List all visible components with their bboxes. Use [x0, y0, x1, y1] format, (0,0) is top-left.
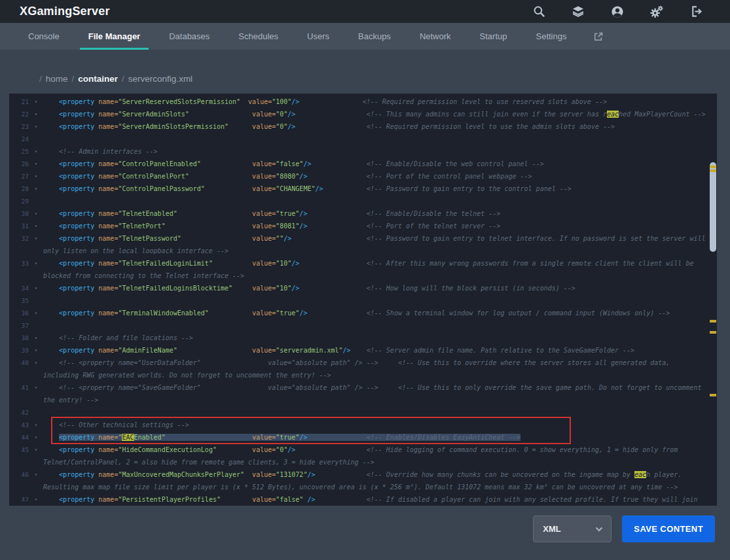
- breadcrumb-home[interactable]: home: [46, 74, 68, 84]
- code-line-wrap[interactable]: blocked from connecting to the Telnet in…: [9, 270, 717, 282]
- fold-arrow-icon[interactable]: ▾: [29, 257, 43, 270]
- fold-arrow-icon[interactable]: ▾: [29, 332, 43, 344]
- fold-arrow-icon[interactable]: ▾: [29, 444, 43, 456]
- code-segment: name=: [94, 496, 118, 503]
- fold-arrow-icon[interactable]: ▾: [29, 183, 43, 195]
- code-segment: [189, 111, 252, 118]
- code-line[interactable]: 38▾ <!-- Folder and file locations -->: [9, 332, 717, 344]
- code-segment: "ServerReservedSlotsPermission": [118, 98, 240, 105]
- fold-arrow-icon[interactable]: ▾: [29, 344, 43, 357]
- code-segment: the entry! -->: [43, 396, 98, 404]
- code-line[interactable]: 42: [9, 406, 717, 419]
- code-segment: name=: [94, 285, 118, 292]
- tab-users[interactable]: Users: [299, 23, 338, 50]
- code-line[interactable]: 46▾ <property name="MaxUncoveredMapChunk…: [9, 468, 717, 481]
- code-line[interactable]: 33▾ <property name="TelnetFailedLoginLim…: [9, 257, 717, 270]
- code-line[interactable]: 43▾ <!-- Other technical settings -->: [9, 419, 717, 431]
- tab-file-manager[interactable]: File Manager: [80, 23, 149, 50]
- code-line[interactable]: 41▾ <!-- <property name="SaveGameFolder"…: [9, 381, 717, 394]
- code-line[interactable]: 25▾ <!-- Admin interfaces -->: [9, 145, 717, 158]
- fold-arrow-icon[interactable]: ▾: [29, 468, 43, 481]
- code-line[interactable]: 24: [9, 133, 717, 145]
- code-line[interactable]: 32▾ <property name="TelnetPassword" valu…: [9, 232, 717, 245]
- code-line-wrap[interactable]: Telnet/ControlPanel, 2 = also hide from …: [9, 456, 717, 468]
- tab-network[interactable]: Network: [411, 23, 460, 50]
- code-line[interactable]: 27▾ <property name="ControlPanelPort" va…: [9, 170, 717, 183]
- fold-arrow-icon[interactable]: ▾: [29, 96, 43, 108]
- code-line[interactable]: 21▾ <property name="ServerReservedSlotsP…: [9, 96, 717, 108]
- code-segment: [43, 384, 59, 391]
- fold-arrow-icon[interactable]: ▾: [29, 232, 43, 245]
- code-segment: <property: [59, 222, 94, 230]
- fold-arrow-icon[interactable]: ▾: [29, 357, 43, 369]
- language-select[interactable]: XML: [533, 516, 611, 542]
- tab-startup[interactable]: Startup: [471, 23, 516, 50]
- code-line-wrap[interactable]: including RWG generated worlds. Do not f…: [9, 369, 717, 381]
- code-line[interactable]: 29: [9, 195, 717, 207]
- tab-backups[interactable]: Backups: [350, 23, 399, 50]
- fold-arrow-icon[interactable]: ▾: [29, 419, 43, 431]
- code-text: [43, 319, 717, 332]
- code-segment: Enabled": [134, 434, 166, 441]
- fold-arrow-icon[interactable]: ▾: [29, 381, 43, 394]
- code-line[interactable]: 30▾ <property name="TelnetEnabled" value…: [9, 207, 717, 220]
- code-line-wrap[interactable]: the entry! -->: [9, 394, 717, 406]
- line-number: 24: [9, 133, 29, 145]
- code-segment: [43, 160, 59, 167]
- fold-arrow-icon[interactable]: ▾: [29, 120, 43, 133]
- code-segment: "ControlPanelEnabled": [118, 160, 200, 167]
- breadcrumb-file[interactable]: serverconfig.xml: [128, 74, 192, 84]
- language-select-value: XML: [543, 524, 560, 534]
- logout-icon[interactable]: [689, 5, 703, 18]
- code-line[interactable]: 39▾ <property name="AdminFileName" value…: [9, 344, 717, 357]
- code-line[interactable]: 45▾ <property name="HideCommandExecution…: [9, 444, 717, 456]
- code-segment: value=: [252, 111, 276, 118]
- code-line[interactable]: 47▾ <property name="PersistentPlayerProf…: [9, 493, 717, 506]
- code-line[interactable]: 31▾ <property name="TelnetPort" value="8…: [9, 220, 717, 232]
- code-line[interactable]: 28▾ <property name="ControlPanelPassword…: [9, 183, 717, 195]
- tab-schedules[interactable]: Schedules: [230, 23, 287, 50]
- fold-arrow-icon[interactable]: ▾: [29, 170, 43, 183]
- fold-spacer: [29, 270, 43, 282]
- fold-arrow-icon[interactable]: ▾: [29, 108, 43, 120]
- fold-arrow-icon[interactable]: ▾: [29, 493, 43, 506]
- fold-arrow-icon[interactable]: ▾: [29, 145, 43, 158]
- settings-gears-icon[interactable]: [650, 5, 663, 18]
- search-icon[interactable]: [532, 5, 545, 18]
- line-number: 25: [9, 145, 29, 158]
- code-segment: <property: [59, 160, 94, 167]
- code-line[interactable]: 23▾ <property name="ServerAdminSlotsPerm…: [9, 120, 717, 133]
- fold-arrow-icon[interactable]: ▾: [29, 220, 43, 232]
- code-text: <property name="TelnetEnabled" value="tr…: [43, 207, 717, 220]
- code-editor[interactable]: 21▾ <property name="ServerReservedSlotsP…: [9, 94, 717, 506]
- tab-console[interactable]: Console: [20, 23, 68, 50]
- user-icon[interactable]: [611, 5, 624, 18]
- save-content-button[interactable]: SAVE CONTENT: [622, 516, 715, 542]
- breadcrumb-container[interactable]: container: [78, 74, 118, 84]
- code-line-wrap[interactable]: only listen on the local loopback interf…: [9, 245, 717, 257]
- layers-icon[interactable]: [572, 5, 585, 18]
- scrollbar-thumb[interactable]: [710, 162, 716, 252]
- code-segment: name=: [94, 446, 118, 453]
- code-segment: value=: [252, 434, 276, 441]
- fold-arrow-icon[interactable]: ▾: [29, 158, 43, 170]
- fold-arrow-icon[interactable]: ▾: [29, 282, 43, 294]
- code-line[interactable]: 44▾ <property name="EACEnabled" value="t…: [9, 431, 717, 444]
- code-line[interactable]: 37: [9, 319, 717, 332]
- code-line[interactable]: 34▾ <property name="TelnetFailedLoginsBl…: [9, 282, 717, 294]
- code-segment: />: [299, 173, 307, 180]
- external-link-icon[interactable]: [587, 23, 610, 50]
- code-line[interactable]: 22▾ <property name="ServerAdminSlots" va…: [9, 108, 717, 120]
- tab-settings[interactable]: Settings: [527, 23, 575, 50]
- fold-arrow-icon[interactable]: ▾: [29, 207, 43, 220]
- code-line[interactable]: 26▾ <property name="ControlPanelEnabled"…: [9, 158, 717, 170]
- code-line-wrap[interactable]: Resulting max map file size limit per pl…: [9, 481, 717, 493]
- code-segment: name=: [94, 260, 118, 267]
- code-line[interactable]: 35: [9, 294, 717, 307]
- fold-arrow-icon[interactable]: ▾: [29, 431, 43, 444]
- tab-databases[interactable]: Databases: [160, 23, 218, 50]
- code-line[interactable]: 36▾ <property name="TerminalWindowEnable…: [9, 307, 717, 319]
- code-segment: <!-- Enables/Disables EasyAntiCheat -->: [367, 434, 520, 441]
- code-line[interactable]: 40▾ <!-- <property name="UserDataFolder"…: [9, 357, 717, 369]
- fold-arrow-icon[interactable]: ▾: [29, 307, 43, 319]
